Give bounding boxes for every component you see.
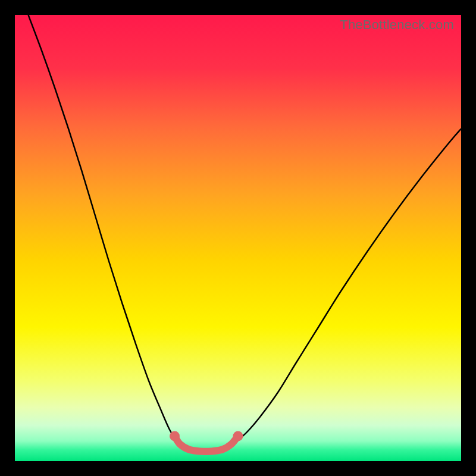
watermark-text: TheBottleneck.com	[340, 17, 454, 33]
valley-endpoint-dot	[233, 431, 243, 441]
chart-background	[15, 15, 461, 461]
valley-endpoint-dot	[170, 431, 180, 441]
chart-frame: TheBottleneck.com	[15, 15, 461, 461]
bottleneck-chart	[15, 15, 461, 461]
